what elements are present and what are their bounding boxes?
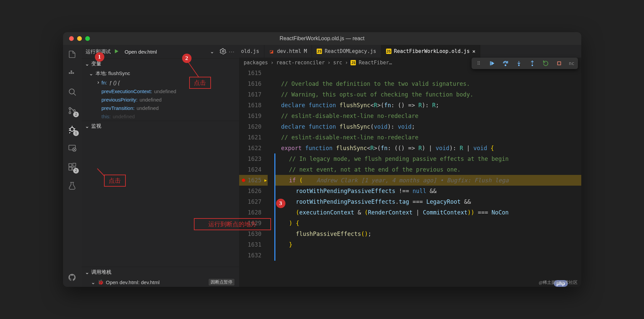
variable-item[interactable]: this: undefined: [95, 112, 239, 121]
svg-rect-22: [69, 167, 72, 170]
tab-bar: old.js ◪ dev.html M JS ReactDOMLegacy.js…: [239, 45, 581, 58]
extensions-icon[interactable]: 2: [67, 162, 77, 172]
html-file-icon: ◪: [269, 49, 274, 54]
launch-config-select[interactable]: Open dev.html ⌄: [122, 49, 217, 55]
variables-header[interactable]: 变量: [82, 59, 239, 69]
continue-button[interactable]: [488, 60, 496, 67]
watermark: @稀土掘金技术社区: [539, 279, 578, 285]
svg-rect-2: [72, 72, 74, 74]
js-file-icon: JS: [386, 49, 391, 54]
close-icon[interactable]: ✕: [472, 48, 475, 54]
vscode-window: ReactFiberWorkLoop.old.js — react 2 1: [63, 32, 581, 287]
code-editor[interactable]: 1615161616171618161916201621162216231624…: [239, 68, 581, 287]
step-over-button[interactable]: [502, 60, 509, 67]
close-window-button[interactable]: [69, 36, 74, 41]
svg-line-34: [187, 61, 199, 77]
tab-dev-html[interactable]: ◪ dev.html M: [264, 45, 312, 58]
stop-button[interactable]: [555, 60, 563, 67]
editor-area: old.js ◪ dev.html M JS ReactDOMLegacy.js…: [239, 45, 581, 287]
svg-point-26: [222, 50, 224, 52]
gear-icon[interactable]: [220, 48, 226, 56]
chevron-down-icon: [85, 61, 89, 67]
main-body: 2 1 2 运行和调试: [63, 45, 581, 287]
step-out-button[interactable]: [529, 60, 536, 67]
variables-section: 变量 本地: flushSync fn: ƒ () {prevExecution…: [82, 58, 239, 121]
remote-icon[interactable]: [67, 143, 77, 153]
svg-point-9: [70, 127, 74, 131]
run-debug-icon[interactable]: 1: [67, 125, 77, 134]
tab-reactdomlegacy[interactable]: JS ReactDOMLegacy.js: [312, 45, 381, 58]
docker-icon[interactable]: [67, 68, 77, 78]
svg-rect-1: [71, 72, 72, 74]
annotation-click-2: 点击: [189, 77, 211, 89]
svg-line-5: [73, 93, 76, 95]
github-icon[interactable]: [67, 273, 77, 282]
svg-rect-3: [71, 70, 72, 72]
search-icon[interactable]: [67, 87, 77, 97]
svg-point-28: [505, 65, 506, 66]
svg-point-32: [532, 65, 533, 66]
svg-line-13: [69, 129, 70, 129]
variable-item[interactable]: prevExecutionContext: undefined: [95, 87, 239, 95]
callstack-header[interactable]: 调用堆栈: [82, 267, 239, 277]
variable-item[interactable]: previousPriority: undefined: [95, 95, 239, 104]
js-file-icon: JS: [351, 60, 356, 65]
source-control-icon[interactable]: 2: [67, 106, 77, 115]
chevron-right-icon: [95, 79, 100, 86]
scm-badge: 2: [73, 112, 79, 117]
svg-point-8: [73, 110, 75, 111]
chevron-down-icon: [89, 70, 94, 77]
sidebar-header: 运行和调试 Open dev.html ⌄ ···: [82, 45, 239, 58]
code-text[interactable]: // Overload the definition to the two va…: [274, 68, 581, 287]
callstack-item[interactable]: 🐞 Open dev.html: dev.html 因断点暂停: [82, 277, 239, 287]
testing-icon[interactable]: [67, 181, 77, 190]
svg-rect-21: [69, 164, 72, 167]
line-gutter[interactable]: 1615161616171618161916201621162216231624…: [239, 68, 274, 287]
variables-list: 本地: flushSync fn: ƒ () {prevExecutionCon…: [82, 69, 239, 121]
explorer-icon[interactable]: [67, 50, 77, 59]
annotation-3: 3: [276, 199, 285, 208]
svg-rect-33: [557, 62, 560, 65]
zoom-window-button[interactable]: [85, 36, 90, 41]
start-debug-button[interactable]: [113, 48, 119, 55]
svg-point-7: [69, 112, 71, 114]
variable-item[interactable]: fn: ƒ () {: [95, 78, 239, 87]
svg-point-4: [69, 89, 74, 94]
svg-rect-0: [69, 72, 70, 74]
js-file-icon: JS: [317, 49, 322, 54]
svg-point-6: [69, 108, 71, 109]
drag-handle-icon[interactable]: ⠿: [475, 60, 482, 67]
svg-line-14: [74, 129, 75, 129]
activity-bar: 2 1 2: [63, 45, 82, 287]
tab-reactfiberworkloop[interactable]: JS ReactFiberWorkLoop.old.js ✕: [381, 45, 481, 58]
step-into-button[interactable]: [515, 60, 523, 67]
scope-item[interactable]: 本地: flushSync: [89, 69, 239, 78]
svg-line-35: [97, 169, 105, 176]
debug-badge: 1: [73, 130, 79, 136]
debug-toolbar[interactable]: ⠿ nc: [472, 58, 578, 69]
titlebar: ReactFiberWorkLoop.old.js — react: [63, 32, 581, 45]
svg-line-11: [69, 132, 70, 133]
restart-button[interactable]: [542, 60, 549, 67]
svg-point-30: [518, 65, 519, 66]
traffic-lights: [63, 36, 90, 41]
chevron-down-icon: [91, 279, 96, 285]
watch-header[interactable]: 监视: [82, 121, 239, 131]
bug-icon: 🐞: [98, 279, 104, 285]
more-icon[interactable]: ···: [229, 49, 235, 54]
window-title: ReactFiberWorkLoop.old.js — react: [279, 36, 364, 42]
tab-old-js[interactable]: old.js: [239, 45, 264, 58]
annotation-click-1: 点击: [104, 175, 126, 187]
annotation-1: 1: [95, 52, 104, 62]
ext-badge: 2: [73, 168, 79, 174]
callstack-status: 因断点暂停: [209, 279, 234, 285]
annotation-2: 2: [182, 54, 192, 63]
variable-item[interactable]: prevTransition: undefined: [95, 104, 239, 112]
launch-config-label: Open dev.html: [125, 49, 157, 55]
chevron-down-icon: [85, 269, 89, 275]
callstack-section: 调用堆栈 🐞 Open dev.html: dev.html 因断点暂停: [82, 267, 239, 287]
minimize-window-button[interactable]: [77, 36, 82, 41]
svg-rect-24: [73, 163, 76, 166]
debug-sidebar: 运行和调试 Open dev.html ⌄ ··· 变量: [82, 45, 239, 287]
chevron-down-icon: ⌄: [210, 49, 214, 55]
